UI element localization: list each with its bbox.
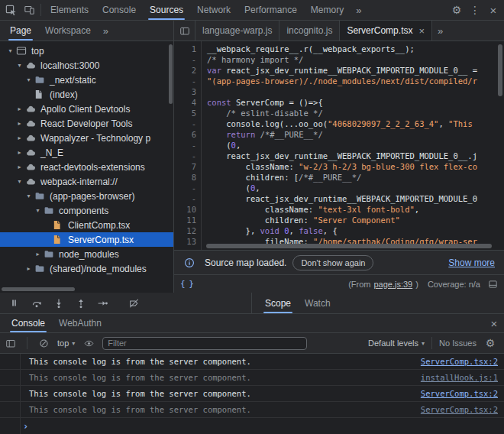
panel-tab-network[interactable]: Network <box>190 0 237 20</box>
tree-item-label: top <box>31 46 44 57</box>
context-selector-label: top <box>57 338 69 348</box>
code-token: children: <box>207 215 313 225</box>
console-prompt[interactable]: › <box>0 418 504 433</box>
debugger-tab-watch[interactable]: Watch <box>298 293 338 313</box>
tree-item-webpack-internal[interactable]: ▾webpack-internal:// <box>0 174 173 189</box>
more-panels-button[interactable]: » <box>351 0 367 20</box>
step-icon[interactable] <box>92 293 114 313</box>
tree-item-n-e[interactable]: ▸_N_E <box>0 145 173 160</box>
tree-item-apollo-client-devtools[interactable]: ▸Apollo Client Devtools <box>0 102 173 116</box>
panel-tab-console[interactable]: Console <box>95 0 143 20</box>
chevron-collapsed-icon[interactable]: ▸ <box>24 265 33 272</box>
chevron-expanded-icon[interactable]: ▾ <box>15 178 24 185</box>
horizontal-scrollbar[interactable] <box>2 287 75 291</box>
tree-item-label: React Developer Tools <box>40 118 133 129</box>
tree-item-react-developer-tools[interactable]: ▸React Developer Tools <box>0 116 173 131</box>
close-drawer-icon[interactable]: × <box>484 314 504 332</box>
tree-item-components[interactable]: ▾components <box>0 203 173 218</box>
pretty-print-icon[interactable]: { } <box>180 279 193 289</box>
console-tab-strip: ConsoleWebAuthn <box>5 314 108 332</box>
live-expression-eye-icon[interactable] <box>79 335 98 351</box>
step-into-icon[interactable] <box>47 293 69 313</box>
tree-item-label: ClientComp.tsx <box>68 220 130 231</box>
tree-item-index[interactable]: (index) <box>0 87 173 102</box>
editor-tab-language-warp-js[interactable]: language-warp.js <box>195 21 279 40</box>
chevron-expanded-icon[interactable]: ▾ <box>15 62 24 69</box>
clear-console-icon[interactable] <box>34 335 53 351</box>
panel-layout-icon[interactable] <box>488 280 498 289</box>
chevron-collapsed-icon[interactable]: ▸ <box>15 164 24 170</box>
console-source-link[interactable]: ServerComp.tsx:2 <box>412 388 498 399</box>
vertical-scrollbar[interactable] <box>169 44 173 104</box>
tree-item-servercomp-tsx[interactable]: ServerComp.tsx <box>0 232 173 247</box>
dont-show-again-button[interactable]: Don't show again <box>292 255 373 270</box>
tree-item-react-devtools-extensions[interactable]: ▸react-devtools-extensions <box>0 160 173 174</box>
more-editor-tabs-button[interactable]: » <box>432 21 448 40</box>
tree-item-clientcomp-tsx[interactable]: ClientComp.tsx <box>0 218 173 232</box>
console-source-link[interactable]: ServerComp.tsx:2 <box>412 356 498 367</box>
code-line: children: "Server Component" <box>207 215 504 225</box>
panel-tab-performance[interactable]: Performance <box>237 0 304 20</box>
console-source-link[interactable]: ServerComp.tsx:2 <box>412 404 498 415</box>
console-tab-console[interactable]: Console <box>5 314 52 332</box>
chevron-collapsed-icon[interactable]: ▸ <box>15 105 24 112</box>
context-selector[interactable]: top ▾ <box>57 338 75 348</box>
code-line: /* harmony import */ <box>207 54 504 65</box>
code-token: "w-2/3 h-2/3 bg-blue-300 flex flex-co <box>299 162 477 171</box>
editor-tab-incognito-js[interactable]: incognito.js <box>279 21 340 40</box>
chevron-expanded-icon[interactable]: ▾ <box>6 47 15 54</box>
chevron-expanded-icon[interactable]: ▾ <box>24 76 33 83</box>
more-sidebar-tabs-button[interactable]: » <box>98 21 114 40</box>
chevron-expanded-icon[interactable]: ▾ <box>34 207 42 214</box>
source-file-link[interactable]: page.js:39 <box>373 280 412 289</box>
close-tab-icon[interactable]: × <box>418 25 425 37</box>
step-over-icon[interactable] <box>25 293 47 313</box>
sidebar-tab-page[interactable]: Page <box>3 21 38 40</box>
horizontal-scrollbar[interactable] <box>206 244 492 248</box>
sidebar-tab-workspace[interactable]: Workspace <box>38 21 98 40</box>
chevron-collapsed-icon[interactable]: ▸ <box>34 251 42 257</box>
tree-item-shared-node-modules[interactable]: ▸(shared)/node_modules <box>0 261 173 276</box>
chevron-expanded-icon[interactable]: ▾ <box>24 193 33 199</box>
pause-icon[interactable] <box>3 293 25 313</box>
panel-tab-memory[interactable]: Memory <box>304 0 351 20</box>
console-tab-webauthn[interactable]: WebAuthn <box>52 314 108 332</box>
code-token: , <box>255 183 260 193</box>
console-settings-gear-icon[interactable]: ⚙ <box>481 335 499 351</box>
console-source-link[interactable]: installHook.js:1 <box>412 372 498 383</box>
show-more-link[interactable]: Show more <box>448 257 498 268</box>
panel-tab-elements[interactable]: Elements <box>44 0 95 20</box>
editor-tab-servercomp-tsx[interactable]: ServerComp.tsx× <box>340 21 432 40</box>
close-devtools-icon[interactable]: × <box>484 0 502 20</box>
chevron-collapsed-icon[interactable]: ▸ <box>15 149 24 156</box>
more-menu-icon[interactable]: ⋮ <box>466 0 484 20</box>
cloud-icon <box>25 162 37 173</box>
issues-counter[interactable]: No Issues <box>439 338 477 348</box>
line-number: - <box>174 76 196 86</box>
step-out-icon[interactable] <box>69 293 92 313</box>
console-filter-input[interactable] <box>102 337 307 350</box>
log-levels-selector[interactable]: Default levels ▾ <box>368 338 425 348</box>
settings-gear-icon[interactable]: ⚙ <box>447 0 466 20</box>
tree-item-top[interactable]: ▾top <box>0 44 173 58</box>
cloud-icon <box>25 118 37 129</box>
navigator-toggle-icon[interactable] <box>174 21 195 40</box>
deactivate-breakpoints-icon[interactable] <box>123 293 145 313</box>
debugger-tab-scope[interactable]: Scope <box>258 293 298 313</box>
code-token: className: <box>207 162 299 171</box>
code-line: console.log(...oo_oo("4068029097_2_2_2_6… <box>207 118 504 129</box>
chevron-collapsed-icon[interactable]: ▸ <box>15 134 24 141</box>
panel-tab-sources[interactable]: Sources <box>143 0 190 20</box>
code-editor[interactable]: 1-2-345-6--78--10111213 __webpack_requir… <box>174 41 504 250</box>
tree-item-node-modules[interactable]: ▸node_modules <box>0 247 173 261</box>
vertical-scrollbar[interactable] <box>498 44 502 96</box>
inspect-icon[interactable] <box>2 0 20 20</box>
tree-item-wappalyzer-technology-p[interactable]: ▸Wappalyzer - Technology p <box>0 131 173 145</box>
tree-item-localhost-3000[interactable]: ▾localhost:3000 <box>0 58 173 73</box>
chevron-collapsed-icon[interactable]: ▸ <box>15 120 24 127</box>
console-sidebar-icon[interactable] <box>2 335 20 351</box>
log-levels-label: Default levels <box>368 338 418 348</box>
tree-item-app-pages-browser[interactable]: ▾(app-pages-browser) <box>0 189 173 203</box>
tree-item-next-static[interactable]: ▾_next/static <box>0 73 173 87</box>
device-toolbar-icon[interactable] <box>20 0 38 20</box>
